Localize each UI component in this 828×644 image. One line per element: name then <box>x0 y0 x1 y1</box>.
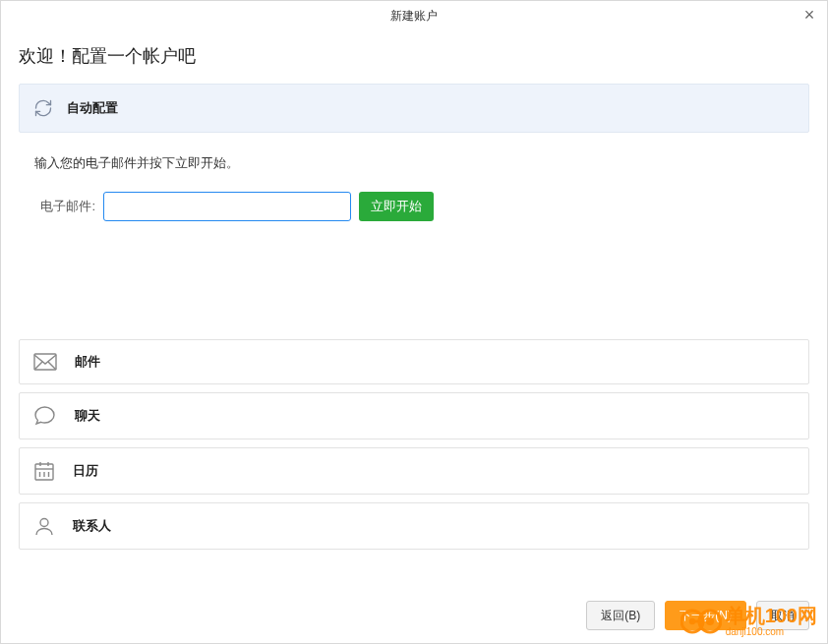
service-label: 聊天 <box>75 407 100 425</box>
content-area: 欢迎！配置一个帐户吧 自动配置 输入您的电子邮件并按下立即开始。 电子邮件: 立… <box>1 30 827 588</box>
service-label: 邮件 <box>75 353 100 371</box>
service-label: 日历 <box>73 462 98 480</box>
autoconfig-panel[interactable]: 自动配置 <box>19 84 809 133</box>
chat-icon <box>33 405 57 427</box>
refresh-icon <box>33 98 53 118</box>
start-now-button[interactable]: 立即开始 <box>359 192 434 221</box>
service-card-chat[interactable]: 聊天 <box>19 392 809 439</box>
email-label: 电子邮件: <box>34 198 95 215</box>
next-button[interactable]: 下一步(N) <box>665 601 746 630</box>
services-list: 邮件 聊天 日历 <box>19 339 809 550</box>
mail-icon <box>33 352 57 372</box>
footer: 返回(B) 下一步(N) 取消 <box>1 588 827 643</box>
window-title: 新建账户 <box>390 8 438 25</box>
close-icon[interactable]: × <box>798 3 821 27</box>
contacts-icon <box>33 515 55 537</box>
email-row: 电子邮件: 立即开始 <box>34 192 809 221</box>
service-label: 联系人 <box>73 517 111 535</box>
calendar-icon <box>33 460 55 482</box>
welcome-heading: 欢迎！配置一个帐户吧 <box>19 44 809 68</box>
svg-point-8 <box>40 519 48 527</box>
titlebar: 新建账户 × <box>1 1 827 30</box>
back-button[interactable]: 返回(B) <box>586 601 655 630</box>
service-card-contacts[interactable]: 联系人 <box>19 502 809 550</box>
cancel-button[interactable]: 取消 <box>756 601 809 630</box>
instruction-text: 输入您的电子邮件并按下立即开始。 <box>34 154 809 172</box>
service-card-mail[interactable]: 邮件 <box>19 339 809 384</box>
service-card-calendar[interactable]: 日历 <box>19 447 809 495</box>
autoconfig-label: 自动配置 <box>67 99 118 117</box>
email-input[interactable] <box>103 192 351 221</box>
new-account-window: 新建账户 × 欢迎！配置一个帐户吧 自动配置 输入您的电子邮件并按下立即开始。 … <box>0 0 828 644</box>
